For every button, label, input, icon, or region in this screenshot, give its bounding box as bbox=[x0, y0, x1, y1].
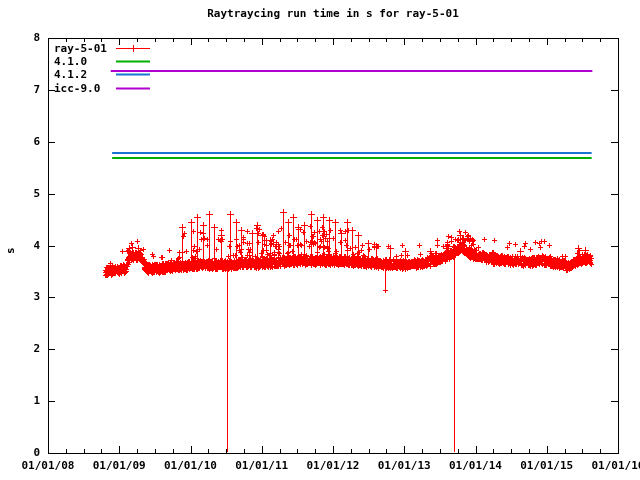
plot-canvas bbox=[0, 0, 640, 480]
y-tick-label: 3 bbox=[10, 290, 40, 303]
y-tick-label: 2 bbox=[10, 342, 40, 355]
y-tick-label: 4 bbox=[10, 239, 40, 252]
x-tick-label: 01/01/12 bbox=[298, 459, 368, 472]
legend-label-icc-9-0: icc-9.0 bbox=[54, 82, 100, 95]
x-tick-label: 01/01/08 bbox=[13, 459, 83, 472]
x-tick-label: 01/01/15 bbox=[512, 459, 582, 472]
x-tick-label: 01/01/10 bbox=[156, 459, 226, 472]
chart-title: Raytraycing run time in s for ray-5-01 bbox=[13, 7, 640, 20]
y-tick-label: 6 bbox=[10, 135, 40, 148]
x-tick-label: 01/01/11 bbox=[227, 459, 297, 472]
y-tick-label: 7 bbox=[10, 83, 40, 96]
x-tick-label: 01/01/16 bbox=[583, 459, 640, 472]
legend-label-4-1-2: 4.1.2 bbox=[54, 68, 87, 81]
y-tick-label: 5 bbox=[10, 187, 40, 200]
y-tick-label: 1 bbox=[10, 394, 40, 407]
x-tick-label: 01/01/09 bbox=[84, 459, 154, 472]
legend-label-ray-5-01: ray-5-01 bbox=[54, 42, 107, 55]
y-tick-label: 0 bbox=[10, 446, 40, 459]
raytracing-runtime-chart: Raytraycing run time in s for ray-5-01 s… bbox=[0, 0, 640, 480]
legend-label-4-1-0: 4.1.0 bbox=[54, 55, 87, 68]
x-tick-label: 01/01/13 bbox=[369, 459, 439, 472]
y-tick-label: 8 bbox=[10, 31, 40, 44]
x-tick-label: 01/01/14 bbox=[441, 459, 511, 472]
